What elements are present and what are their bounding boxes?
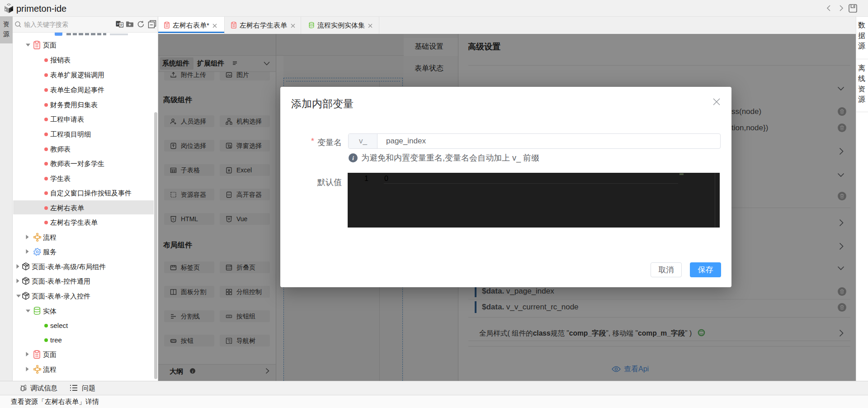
svg-text:文: 文 (119, 23, 123, 27)
svg-text:i: i (352, 155, 354, 161)
